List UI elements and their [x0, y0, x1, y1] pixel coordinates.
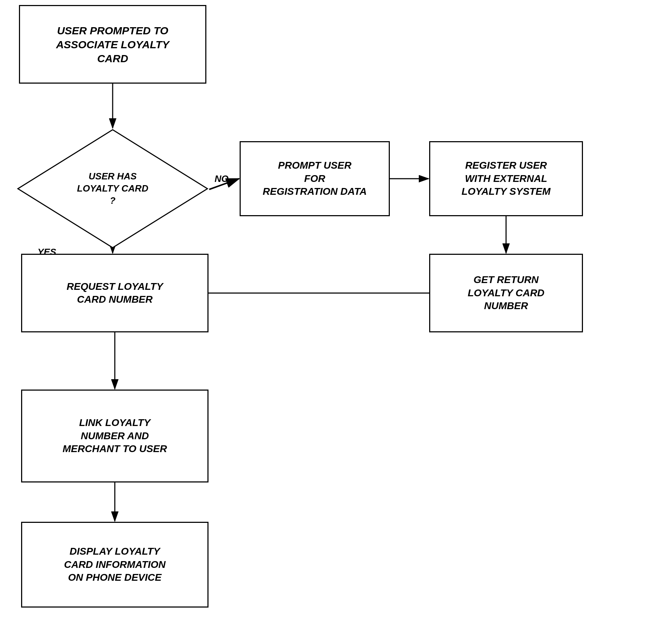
request-loyalty-box: REQUEST LOYALTY CARD NUMBER [21, 254, 209, 332]
no-label: NO [215, 173, 229, 184]
prompt-reg-label: PROMPT USER FOR REGISTRATION DATA [263, 159, 367, 198]
request-loyalty-label: REQUEST LOYALTY CARD NUMBER [67, 280, 163, 306]
get-return-box: GET RETURN LOYALTY CARD NUMBER [429, 254, 583, 332]
display-loyalty-box: DISPLAY LOYALTY CARD INFORMATION ON PHON… [21, 522, 209, 608]
prompt-reg-box: PROMPT USER FOR REGISTRATION DATA [240, 141, 390, 216]
register-user-box: REGISTER USER WITH EXTERNAL LOYALTY SYST… [429, 141, 583, 216]
link-loyalty-label: LINK LOYALTY NUMBER AND MERCHANT TO USER [63, 416, 167, 455]
start-box: USER PROMPTED TO ASSOCIATE LOYALTY CARD [19, 5, 206, 84]
start-box-label: USER PROMPTED TO ASSOCIATE LOYALTY CARD [56, 24, 170, 65]
display-loyalty-label: DISPLAY LOYALTY CARD INFORMATION ON PHON… [64, 545, 166, 584]
diamond-container: USER HAS LOYALTY CARD ? [16, 128, 209, 249]
diamond-text: USER HAS LOYALTY CARD ? [45, 164, 181, 214]
flowchart: USER PROMPTED TO ASSOCIATE LOYALTY CARD … [0, 0, 672, 634]
register-user-label: REGISTER USER WITH EXTERNAL LOYALTY SYST… [462, 159, 551, 198]
get-return-label: GET RETURN LOYALTY CARD NUMBER [468, 273, 545, 312]
link-loyalty-box: LINK LOYALTY NUMBER AND MERCHANT TO USER [21, 390, 209, 482]
